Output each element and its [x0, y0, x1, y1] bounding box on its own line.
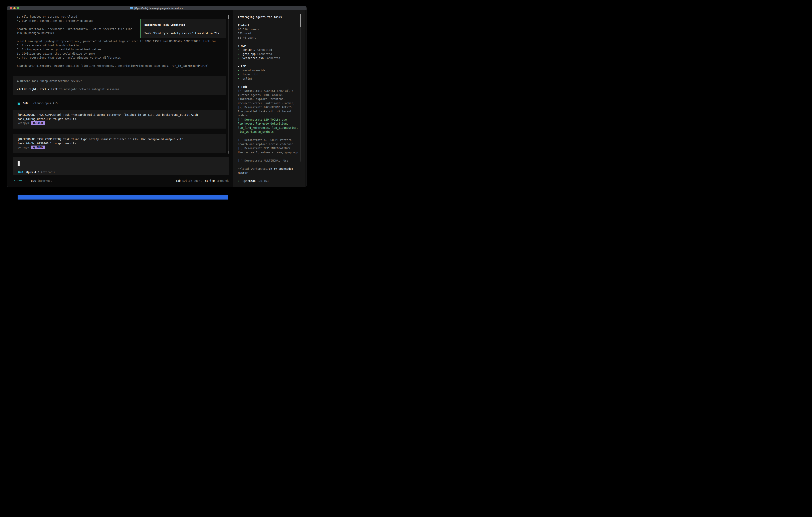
todo-line-pending: Use context7, websearch_exa, grep_app [238, 151, 299, 155]
todo-line-done: curated agents (OmO, oracle, [238, 93, 299, 97]
chat-scrollbar[interactable] [228, 15, 229, 154]
context-spent: $0.46 spent [238, 35, 299, 40]
input-meta: OmO Opus 4.5 Anthropic [18, 170, 56, 174]
keybinding: esc [31, 179, 36, 182]
terminal-line: 2. String operations on potentially unde… [17, 47, 226, 52]
todo-line-active: [ ] Demonstrate LSP TOOLS: Use [238, 117, 299, 122]
background-app-strip [18, 195, 228, 199]
todo-line-active: lsp_workspace_symbols [238, 130, 299, 134]
prompt-input[interactable]: OmO Opus 4.5 Anthropic [13, 157, 229, 175]
todo-line-pending: [ ] Demonstrate MCP INTEGRATIONS: [238, 146, 299, 151]
status-bar: esc interrupt tab switch agent ctrl+p co… [7, 179, 229, 183]
context-used: 33% used [238, 31, 299, 35]
traffic-lights [10, 7, 19, 9]
todo-line-done: Run parallel tasks with different [238, 109, 299, 113]
keybinding-hints: tab switch agent ctrl+p commands [176, 179, 229, 183]
opencode-version: OpenCode 1.0.163 [238, 179, 299, 183]
terminal-line: 3. File handles or streams not closed [17, 15, 226, 19]
todo-line-done: librarian, explore, frontend, [238, 97, 299, 101]
toast-title: Background Task Completed [144, 23, 222, 27]
oracle-task-title: ◉ Oracle Task "Deep architecture review" [17, 79, 226, 83]
status-dot-icon [238, 54, 239, 55]
message-card[interactable]: [BACKGROUND TASK COMPLETED] Task "Find t… [13, 134, 226, 153]
message-line: task_id="bg_dcfac161" to get results. [18, 117, 226, 121]
status-dot-icon [238, 74, 239, 75]
scrollbar-thumb[interactable] [228, 15, 229, 19]
agent-session-header[interactable]: OmO · claude-opus-4-5 [18, 101, 58, 105]
active-agent: OmO [18, 170, 23, 174]
session-title: Leveraging agents for tasks [238, 15, 299, 19]
scrollbar-thumb[interactable] [300, 14, 301, 27]
terminal-line: 4. Path operations that don't handle Win… [17, 56, 226, 60]
lsp-item: eslint [238, 77, 299, 81]
queued-badge: QUEUED [31, 145, 45, 149]
session-sidebar: Leveraging agents for tasks Context 66,5… [233, 10, 306, 187]
todo-line-done: [✓] Demonstrate BACKGROUND AGENTS: [238, 105, 299, 109]
todo-line-pending: [ ] Demonstrate MULTIMODAL: Use [238, 159, 299, 163]
todo-line-done: models [238, 113, 299, 117]
todo-line-active: lsp_hover, lsp_goto_definition, [238, 121, 299, 126]
context-heading: Context [238, 23, 299, 27]
agent-name: OmO [23, 101, 28, 105]
keybinding: ctrl+x right, ctrl+x left [17, 87, 58, 91]
context-tokens: 66,518 tokens [238, 27, 299, 32]
status-dot-icon [238, 58, 239, 59]
todo-line-active: lsp_find_references, lsp_diagnostics, [238, 126, 299, 130]
workspace-path: ~/local-workspaces/oh-my-opencode: [238, 167, 299, 171]
window-titlebar[interactable]: [OpenCode] Leveraging agents for tasks ◐ [7, 6, 307, 10]
window-title-group: [OpenCode] Leveraging agents for tasks ◐ [130, 6, 183, 10]
toast-body: Task "Find type safety issues" finished … [144, 31, 222, 35]
terminal-line [17, 60, 226, 64]
queued-badge: QUEUED [31, 121, 45, 125]
gear-icon: ⚙ [17, 39, 19, 43]
model-provider: Anthropic [41, 170, 56, 174]
terminal-window: [OpenCode] Leveraging agents for tasks ◐… [7, 6, 307, 187]
terminal-line [17, 83, 226, 87]
collapse-triangle-icon: ▼ [238, 45, 239, 47]
git-branch: master [238, 171, 299, 175]
working-spinner-icon [14, 180, 22, 181]
zoom-window-icon[interactable] [17, 7, 19, 9]
todo-section-header[interactable]: ▼Todo [238, 85, 299, 89]
background-task-toast[interactable]: Background Task Completed Task "Find typ… [141, 19, 226, 38]
agent-icon [18, 102, 20, 105]
sidebar-scrollbar[interactable] [300, 14, 301, 162]
mcp-item: grep_appConnected [238, 52, 299, 56]
session-status-icon: ◐ [182, 6, 183, 10]
window-title: [OpenCode] Leveraging agents for tasks [135, 6, 181, 10]
keybinding[interactable]: ctrl+p [205, 179, 215, 182]
oracle-bullet-icon: ◉ [17, 79, 19, 83]
lsp-section-header[interactable]: ▼LSP [238, 64, 299, 69]
separator-dot: · [30, 101, 31, 105]
collapse-triangle-icon: ▼ [238, 86, 239, 88]
active-model: Opus 4.5 [26, 170, 39, 174]
scrollbar-thumb[interactable] [228, 151, 229, 154]
terminal-line: Search src/ directory. Return specific f… [17, 64, 226, 68]
keybinding[interactable]: tab [176, 179, 181, 182]
message-line: [BACKGROUND TASK COMPLETED] Task "Find t… [18, 137, 226, 141]
oracle-nav-hint: ctrl+x right, ctrl+x left to navigate be… [17, 87, 226, 91]
mcp-item: websearch_exaConnected [238, 56, 299, 60]
interrupt-hint[interactable]: esc interrupt [31, 179, 52, 183]
todo-line-pending: [ ] Demonstrate AST-GREP: Pattern [238, 138, 299, 142]
tool-call-text: call_omo_agent [subagent_type=explore, p… [20, 39, 216, 43]
terminal-line: 3. Division operations that could divide… [17, 52, 226, 56]
message-line: [BACKGROUND TASK COMPLETED] Task "Resear… [18, 113, 226, 117]
status-dot-icon [238, 181, 239, 182]
status-dot-icon [238, 78, 239, 79]
todo-line-pending: search and replace across codebase [238, 142, 299, 146]
message-line: task_id="bg_6f59260c" to get results. [18, 141, 226, 145]
todo-line-done: [✓] Demonstrate AGENTS: Show all 7 [238, 89, 299, 93]
oracle-task-panel[interactable]: ◉ Oracle Task "Deep architecture review"… [13, 76, 226, 96]
minimize-window-icon[interactable] [13, 7, 16, 9]
message-card[interactable]: [BACKGROUND TASK COMPLETED] Task "Resear… [13, 110, 226, 129]
folder-icon [130, 7, 133, 9]
terminal-line: 1. Array access without bounds checking [17, 44, 226, 48]
mcp-item: context7Connected [238, 48, 299, 52]
close-window-icon[interactable] [10, 7, 12, 9]
mcp-section-header[interactable]: ▼MCP [238, 44, 299, 48]
text-cursor [18, 161, 20, 166]
lsp-item: markdown-oxide [238, 69, 299, 73]
agent-model: claude-opus-4-5 [33, 101, 58, 105]
message-meta: yeongyu QUEUED [18, 121, 226, 125]
